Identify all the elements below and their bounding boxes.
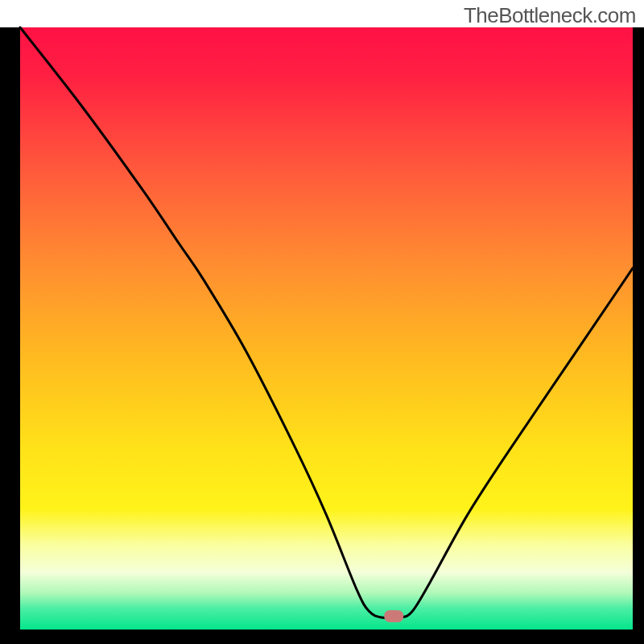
plot-background [20,27,633,630]
optimum-marker [384,610,403,622]
chart-frame: { "watermark": "TheBottleneck.com", "cha… [0,0,644,644]
watermark-text: TheBottleneck.com [464,3,636,28]
chart-svg [0,0,644,644]
chart-svg-container [0,0,644,644]
